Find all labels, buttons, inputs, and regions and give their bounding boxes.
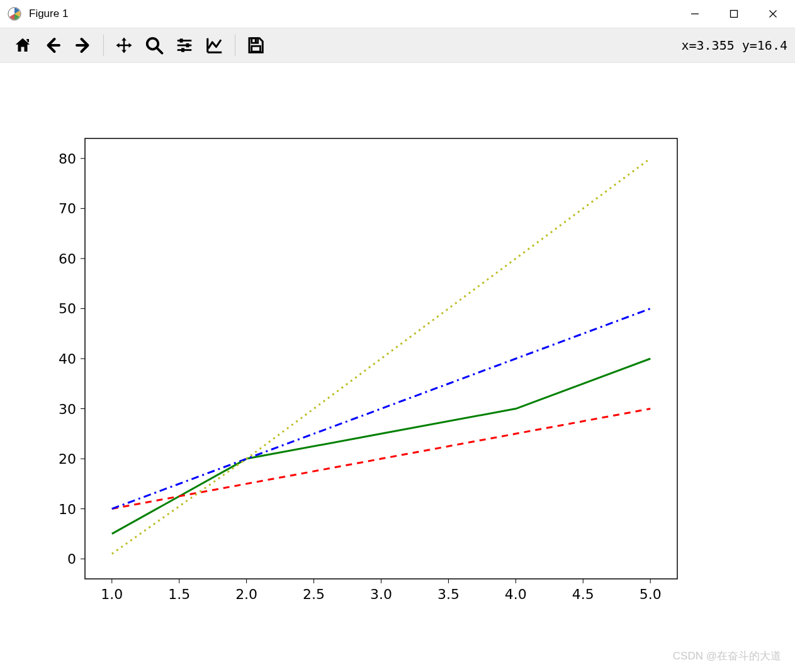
svg-text:2.0: 2.0 <box>235 586 257 602</box>
svg-text:80: 80 <box>59 151 76 167</box>
svg-text:3.0: 3.0 <box>370 586 392 602</box>
toolbar-separator <box>103 35 104 56</box>
configure-button[interactable] <box>171 31 198 59</box>
close-button[interactable] <box>753 0 792 28</box>
svg-line-6 <box>157 48 162 53</box>
home-button[interactable] <box>9 31 37 59</box>
svg-text:20: 20 <box>59 451 76 467</box>
svg-text:5.0: 5.0 <box>640 586 662 602</box>
svg-text:70: 70 <box>59 201 76 216</box>
back-button[interactable] <box>39 31 67 59</box>
svg-text:10: 10 <box>59 501 76 517</box>
maximize-button[interactable] <box>714 0 753 28</box>
window-title: Figure 1 <box>29 8 68 20</box>
pan-button[interactable] <box>110 31 138 59</box>
chart-plot: 010203040506070801.01.52.02.53.03.54.04.… <box>0 63 795 672</box>
svg-text:4.5: 4.5 <box>572 586 594 602</box>
svg-text:0: 0 <box>67 551 76 567</box>
svg-text:2.5: 2.5 <box>303 586 325 602</box>
svg-text:3.5: 3.5 <box>437 586 460 602</box>
svg-text:50: 50 <box>59 301 76 316</box>
series-green-solid <box>112 359 650 534</box>
watermark-text: CSDN @在奋斗的大道 <box>673 649 781 663</box>
svg-text:60: 60 <box>59 251 76 267</box>
toolbar-separator <box>235 35 235 56</box>
toolbar: x=3.355 y=16.4 <box>0 28 795 63</box>
cursor-coordinates: x=3.355 y=16.4 <box>681 38 789 53</box>
svg-text:1.5: 1.5 <box>168 586 190 602</box>
svg-text:1.0: 1.0 <box>101 586 123 602</box>
minimize-button[interactable] <box>675 0 714 28</box>
app-icon <box>8 7 21 21</box>
forward-button[interactable] <box>69 31 97 59</box>
svg-rect-12 <box>181 48 184 52</box>
zoom-button[interactable] <box>140 31 168 59</box>
svg-rect-8 <box>180 38 183 42</box>
axes-edit-button[interactable] <box>201 31 228 59</box>
svg-rect-2 <box>731 11 738 18</box>
svg-text:30: 30 <box>59 401 76 417</box>
series-red-dashed <box>112 409 650 509</box>
series-blue-dashdot <box>112 308 650 508</box>
svg-rect-15 <box>252 46 261 52</box>
svg-text:4.0: 4.0 <box>505 586 527 602</box>
svg-rect-10 <box>186 43 189 47</box>
save-button[interactable] <box>242 31 269 59</box>
window-titlebar: Figure 1 <box>0 0 795 28</box>
svg-rect-14 <box>255 39 257 42</box>
figure-canvas[interactable]: 010203040506070801.01.52.02.53.03.54.04.… <box>0 63 795 672</box>
svg-text:40: 40 <box>59 351 76 367</box>
